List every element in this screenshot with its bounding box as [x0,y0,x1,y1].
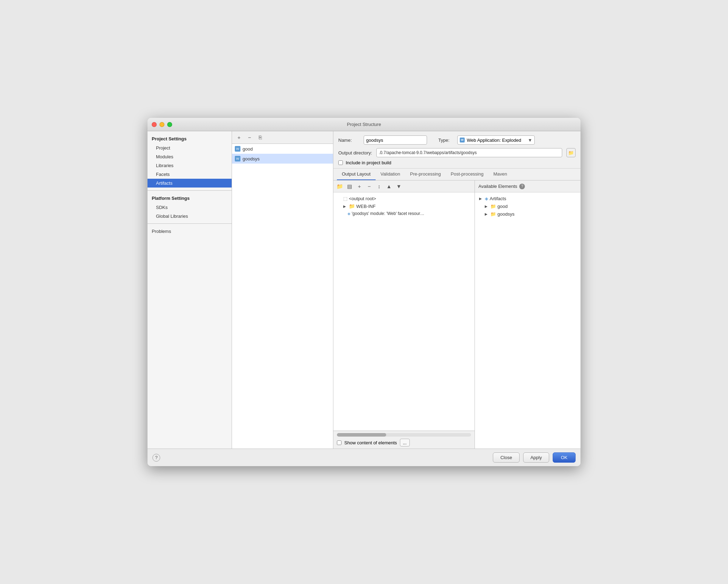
minimize-traffic-light[interactable] [159,122,164,127]
artifact-list-panel: + − ⎘ W good W goodsys [232,131,333,449]
tab-post-processing[interactable]: Post-processing [446,169,488,180]
tree-content: ⬚ <output root> ▶ 📁 WEB-INF ◈ 'goodsy [333,192,475,431]
name-label: Name: [338,138,359,143]
main-content: Project Settings Project Modules Librari… [148,131,580,449]
remove-artifact-button[interactable]: − [245,133,254,142]
sidebar-item-global-libraries[interactable]: Global Libraries [148,212,232,221]
avail-item-good[interactable]: ▶ 📁 good [475,202,580,210]
tab-validation[interactable]: Validation [376,169,405,180]
show-content-row: Show content of elements ... [337,439,471,446]
include-in-build-label: Include in project build [346,160,391,165]
good-arrow: ▶ [483,203,489,209]
module-icon: ◈ [347,211,350,216]
sidebar-item-problems[interactable]: Problems [148,227,232,236]
tree-toolbar-btn-sort[interactable]: ↕ [375,182,383,191]
output-row: Output directory: 📁 [338,148,576,157]
tree-toolbar: 📁 ▤ + − ↕ ▲ ▼ [333,180,475,192]
artifact-icon-goodsys: W [235,156,240,161]
avail-item-artifacts[interactable]: ▶ ◈ Artifacts [475,195,580,202]
help-button[interactable]: ? [152,454,160,462]
sidebar-item-libraries[interactable]: Libraries [148,161,232,170]
main-window: Project Structure Project Settings Proje… [148,118,580,466]
tree-toolbar-btn-1[interactable]: 📁 [335,182,344,191]
artifact-item-goodsys[interactable]: W goodsys [232,154,333,164]
goodsys-folder-icon: 📁 [490,211,496,217]
artifact-header: Name: Type: W Web Application: Exploded … [333,131,580,169]
sidebar-item-modules[interactable]: Modules [148,152,232,161]
close-button[interactable]: Close [493,452,519,463]
show-content-label: Show content of elements [344,440,397,445]
tree-bottom-bar: Show content of elements ... [333,431,475,449]
good-folder-icon: 📁 [490,204,496,209]
tab-pre-processing[interactable]: Pre-processing [405,169,446,180]
show-content-checkbox[interactable] [337,440,341,445]
help-icon[interactable]: ? [519,184,525,189]
sidebar-divider-2 [148,223,232,224]
output-directory-input[interactable] [376,148,562,157]
tree-toolbar-btn-up[interactable]: ▲ [385,182,393,191]
tab-output-layout[interactable]: Output Layout [337,169,376,180]
ellipsis-button[interactable]: ... [400,439,410,446]
artifact-icon-good: W [235,146,240,152]
tree-toolbar-btn-add[interactable]: + [355,182,364,191]
artifacts-icon: ◈ [485,196,488,201]
output-label: Output directory: [338,150,372,155]
tree-toolbar-btn-down[interactable]: ▼ [395,182,403,191]
traffic-lights [152,122,172,127]
artifact-item-good[interactable]: W good [232,144,333,154]
available-panel: Available Elements ? ▶ ◈ Artifacts ▶ [475,180,580,449]
platform-settings-header: Platform Settings [148,193,232,203]
output-root-icon: ⬚ [343,196,347,201]
sidebar-item-facets[interactable]: Facets [148,170,232,179]
bottom-buttons: Close Apply OK [493,452,576,463]
name-input[interactable] [364,135,427,145]
name-type-row: Name: Type: W Web Application: Exploded … [338,135,576,145]
browse-output-button[interactable]: 📁 [566,148,576,157]
tree-item-output-root[interactable]: ⬚ <output root> [333,195,475,202]
sidebar-item-sdks[interactable]: SDKs [148,203,232,212]
type-web-icon: W [460,138,465,142]
tree-item-webinf[interactable]: ▶ 📁 WEB-INF [333,202,475,210]
tree-toolbar-btn-remove[interactable]: − [365,182,374,191]
artifacts-arrow: ▶ [478,196,483,201]
maximize-traffic-light[interactable] [167,122,172,127]
copy-artifact-button[interactable]: ⎘ [256,133,264,142]
window-bottom: ? Close Apply OK [148,449,580,466]
type-select-arrow-icon: ▼ [528,138,532,143]
window-title: Project Structure [347,122,381,127]
scrollbar-track[interactable] [337,433,471,437]
type-select[interactable]: W Web Application: Exploded ▼ [457,135,535,145]
sidebar-item-artifacts[interactable]: Artifacts [148,179,232,188]
tabs-bar: Output Layout Validation Pre-processing … [333,169,580,180]
project-settings-header: Project Settings [148,134,232,144]
close-traffic-light[interactable] [152,122,157,127]
available-elements-header: Available Elements ? [475,180,580,192]
ok-button[interactable]: OK [553,452,576,463]
type-label: Type: [438,138,453,143]
apply-button[interactable]: Apply [523,452,550,463]
tab-maven[interactable]: Maven [488,169,512,180]
scrollbar-thumb [337,433,386,437]
include-in-build-checkbox[interactable] [338,160,343,165]
titlebar: Project Structure [148,118,580,131]
include-in-build-row: Include in project build [338,160,576,165]
right-panel: Name: Type: W Web Application: Exploded … [333,131,580,449]
add-artifact-button[interactable]: + [235,133,243,142]
artifact-toolbar: + − ⎘ [232,131,333,144]
avail-item-goodsys[interactable]: ▶ 📁 goodsys [475,210,580,218]
sidebar-divider [148,190,232,191]
output-layout: 📁 ▤ + − ↕ ▲ ▼ ⬚ <output root> [333,180,580,449]
goodsys-arrow: ▶ [483,211,489,217]
available-content: ▶ ◈ Artifacts ▶ 📁 good ▶ [475,192,580,449]
webinf-arrow: ▶ [342,203,347,209]
webinf-folder-icon: 📁 [349,203,355,209]
sidebar-item-project[interactable]: Project [148,144,232,152]
tree-toolbar-btn-2[interactable]: ▤ [345,182,354,191]
tree-panel: 📁 ▤ + − ↕ ▲ ▼ ⬚ <output root> [333,180,475,449]
tree-item-module[interactable]: ◈ 'goodsys' module: 'Web' facet resour… [333,210,475,217]
artifact-items: W good W goodsys [232,144,333,449]
output-root-arrow [336,196,342,201]
sidebar: Project Settings Project Modules Librari… [148,131,232,449]
